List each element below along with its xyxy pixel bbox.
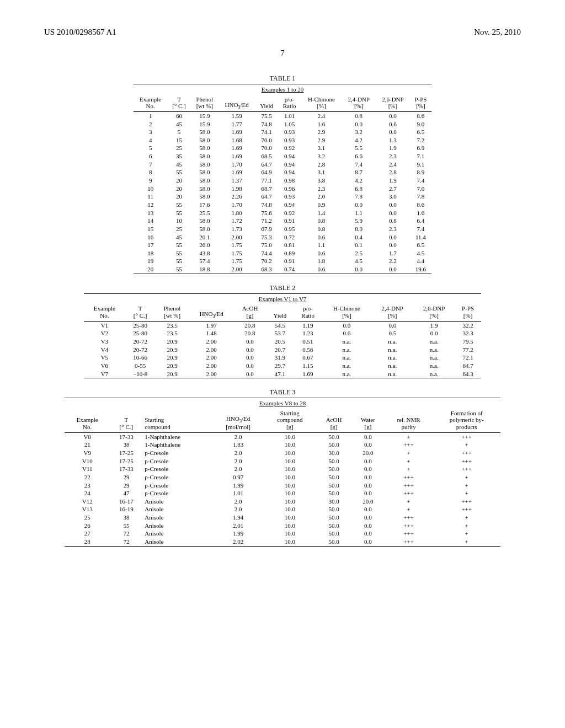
table-cell: 25.5: [191, 209, 218, 217]
table-cell: V1: [84, 322, 125, 330]
table-cell: 2.0: [213, 505, 264, 513]
table-cell: 3.1: [301, 144, 342, 152]
table-cell: 25: [65, 513, 110, 522]
table-cell: V6: [84, 362, 125, 370]
table-cell: 0.0: [234, 354, 266, 362]
table-cell: 20.9: [155, 362, 189, 370]
table-cell: 20.7: [266, 346, 294, 354]
table-cell: 30.0: [316, 497, 351, 506]
page-header: US 2010/0298567 A1 Nov. 25, 2010: [44, 28, 521, 37]
table-cell: V10: [65, 457, 110, 465]
t1-h-24: 2,4-DNP[%]: [342, 95, 376, 112]
table-cell: 0.0: [322, 322, 371, 330]
table-cell: 10.0: [264, 481, 316, 490]
table-cell: 2.00: [189, 362, 234, 370]
table-cell: V13: [65, 505, 110, 513]
table-cell: −10-8: [125, 370, 156, 378]
table-cell: 2.00: [189, 354, 234, 362]
table-row: V320-7220.92.000.020.50.51n.a.n.a.n.a.79…: [84, 338, 481, 346]
table-cell: p-Cresole: [142, 449, 212, 457]
table-cell: 25-80: [125, 322, 156, 330]
t1-h-hno3: HNO3/Ed: [218, 95, 255, 112]
table-cell: 5.5: [342, 144, 376, 152]
table-row: 195557.41.7570.20.911.84.52.24.4: [134, 257, 431, 265]
table-cell: 2.00: [218, 233, 255, 242]
table-cell: 0.0: [376, 265, 410, 274]
table3-subtitle: Examples V8 to 28: [65, 398, 500, 409]
table-cell: 50.0: [316, 473, 351, 481]
table-cell: 1.69: [218, 168, 255, 176]
table-cell: 10: [134, 185, 167, 193]
table-cell: 1.9: [376, 144, 410, 152]
table-cell: 26: [65, 522, 110, 530]
table-cell: 68.7: [255, 185, 278, 193]
table-cell: 0.0: [351, 441, 384, 449]
table-row: 175526.01.7575.00.811.10.10.06.5: [134, 241, 431, 249]
table-cell: Anisole: [142, 505, 212, 513]
table-cell: 0.56: [294, 346, 322, 354]
table-cell: 17: [134, 241, 167, 249]
table-cell: 0-55: [125, 362, 156, 370]
table-cell: 11: [134, 192, 167, 201]
table-cell: 50.0: [316, 538, 351, 546]
table-row: 2872Anisole2.0210.050.00.0++++: [65, 538, 500, 546]
table-cell: 3.1: [301, 168, 342, 176]
table-row: 41558.01.6870.00.932.94.21.37.2: [134, 136, 431, 144]
table-cell: 0.0: [351, 481, 384, 490]
table-cell: 11.4: [410, 233, 431, 242]
table-cell: 50.0: [316, 433, 351, 441]
table-cell: 1.1: [342, 209, 376, 217]
table-cell: 58.0: [191, 168, 218, 176]
table-cell: 1.98: [218, 185, 255, 193]
table-cell: 55: [167, 249, 190, 258]
table-cell: 1.80: [218, 209, 255, 217]
table-cell: 0.0: [351, 529, 384, 538]
table-cell: 0.9: [301, 201, 342, 209]
table3-title: TABLE 3: [44, 388, 521, 397]
table-cell: Anisole: [142, 522, 212, 530]
table-cell: 20.1: [191, 233, 218, 242]
table-cell: 24: [65, 489, 110, 497]
table-cell: 71.2: [255, 217, 278, 225]
table-cell: 75.5: [255, 112, 278, 120]
table-cell: 20.9: [155, 354, 189, 362]
table-cell: 0.0: [351, 465, 384, 473]
table-cell: 26.0: [191, 241, 218, 249]
t3-h-hno3: HNO3/Ed[mol/mol]: [213, 409, 264, 432]
table-cell: 2.3: [301, 185, 342, 193]
table-cell: 1.4: [301, 209, 342, 217]
table-row: 164520.12.0075.30.720.60.40.011.4: [134, 233, 431, 242]
table-cell: 8.7: [342, 168, 376, 176]
table-cell: 1.72: [218, 217, 255, 225]
table-cell: 4.5: [410, 249, 431, 258]
table-cell: 2: [134, 120, 167, 129]
table-cell: 16-17: [110, 497, 142, 506]
t2-h-24: 2,4-DNP[%]: [372, 304, 413, 321]
t2-h-26: 2,6-DNP[%]: [413, 304, 455, 321]
publication-date: Nov. 25, 2010: [474, 28, 521, 37]
table-cell: 7.4: [410, 176, 431, 185]
table-cell: 10.0: [264, 538, 316, 546]
table-cell: 72: [110, 538, 142, 546]
t3-h-acoh: AcOH[g]: [316, 409, 351, 432]
table-cell: 30.0: [316, 449, 351, 457]
table-cell: 58.0: [191, 225, 218, 233]
table-cell: 5: [134, 144, 167, 152]
table-cell: 6.5: [410, 241, 431, 249]
table-cell: 0.81: [278, 241, 301, 249]
table-cell: 2.5: [342, 249, 376, 258]
table-cell: 70.0: [255, 144, 278, 152]
table-cell: 8: [134, 168, 167, 176]
table-cell: 58.0: [191, 192, 218, 201]
table-cell: 0.8: [301, 217, 342, 225]
table-cell: +: [433, 441, 500, 449]
table-cell: 1.01: [213, 489, 264, 497]
table-cell: n.a.: [413, 370, 455, 378]
table-cell: 1.9: [413, 322, 455, 330]
table-cell: 75.6: [255, 209, 278, 217]
table-row: 2329p-Cresole1.9910.050.00.0++++: [65, 481, 500, 490]
table-cell: 47: [110, 489, 142, 497]
table-cell: 25: [167, 225, 190, 233]
table-cell: 14: [134, 217, 167, 225]
table-cell: 64.7: [255, 192, 278, 201]
